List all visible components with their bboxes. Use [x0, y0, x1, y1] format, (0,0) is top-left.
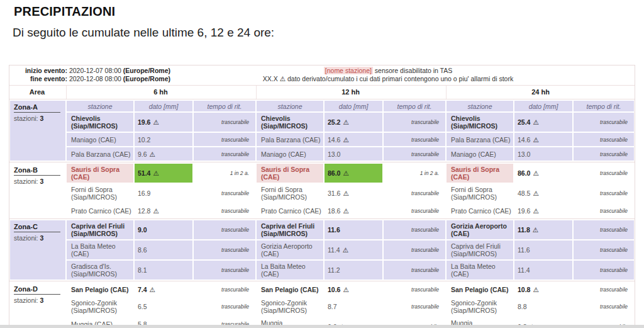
warning-icon: ⚠ — [153, 207, 158, 215]
station-name: Forni di Sopra (Siap/MICROS) — [257, 184, 323, 203]
station-value: 8.7 — [328, 303, 337, 310]
station-row: La Baita Meteo (CAE)11.2trascurabile — [257, 261, 445, 280]
station-value: 19.6 — [518, 207, 530, 215]
legend-value-placeholder: XX.X — [263, 75, 278, 82]
zone-name: Zona-A — [14, 103, 60, 113]
station-row: San Pelagio (CAE)10.6⚠trascurabile — [257, 283, 445, 296]
station-value-cell: 9.6⚠ — [135, 147, 192, 161]
station-value-cell: 86.0⚠ — [325, 164, 382, 183]
station-name: Forni di Sopra (Siap/MICROS) — [67, 184, 133, 203]
station-row: Capriva del Friuli (Siap/MICROS)9.0trasc… — [67, 220, 255, 239]
warning-icon: ⚠ — [343, 189, 348, 197]
station-value-cell: 12.8⚠ — [135, 204, 192, 217]
stazioni-value: 3 — [40, 115, 43, 122]
warning-icon: ⚠ — [280, 75, 286, 82]
section-subheader-row: stazionedato [mm]tempo di rit. — [257, 101, 445, 111]
station-name: La Baita Meteo (CAE) — [447, 261, 513, 280]
station-row: Pala Barzana (CAE)14.6⚠trascurabile — [257, 133, 445, 146]
station-name: Pala Barzana (CAE) — [67, 147, 133, 161]
station-value: 11.6 — [328, 226, 340, 234]
period-section-0: stazionedato [mm]tempo di rit.Chievolis … — [67, 101, 255, 161]
zone-area-cell: Zona-Cstazioni: 3 — [10, 220, 65, 280]
precipitation-table: inizio evento: 2020-12-07 08:00 (Europe/… — [9, 65, 635, 328]
station-row: La Baita Meteo (CAE)8.6trascurabile — [67, 240, 255, 259]
warning-icon: ⚠ — [533, 226, 538, 234]
subheader-dato: dato [mm] — [514, 101, 572, 111]
period-section-0: Capriva del Friuli (Siap/MICROS)9.0trasc… — [67, 220, 255, 280]
event-start-timezone: (Europe/Rome) — [123, 67, 170, 74]
station-value-cell: 11.4⚠ — [325, 240, 382, 259]
event-end-label: fine evento: — [9, 75, 67, 83]
station-row: Capriva del Friuli (Siap/MICROS)11.6tras… — [447, 240, 634, 259]
station-row: Prato Carnico (CAE)12.8⚠trascurabile — [67, 204, 255, 217]
return-time: trascurabile — [384, 297, 445, 316]
subheader-stazione: stazione — [257, 101, 323, 111]
station-value: 51.4 — [138, 169, 150, 177]
station-value: 86.0 — [518, 169, 530, 177]
station-row: Sgonico-Zgonik (Siap/MICROS)8.7trascurab… — [257, 297, 445, 316]
warning-icon: ⚠ — [343, 286, 348, 293]
station-name: La Baita Meteo (CAE) — [67, 240, 133, 259]
window-bottom-edge — [0, 325, 644, 328]
station-value: 10.2 — [138, 136, 150, 144]
station-name: Sgonico-Zgonik (Siap/MICROS) — [257, 297, 323, 316]
station-row: Forni di Sopra (Siap/MICROS)48.5⚠trascur… — [447, 184, 634, 203]
station-row: Prato Carnico (CAE)19.6⚠trascurabile — [447, 204, 634, 217]
station-name: Gorizia Aeroporto (CAE) — [257, 240, 323, 259]
period-header-24hh: 24 hh — [446, 86, 635, 99]
legend-line-derived-data: XX.X ⚠ dato derivato/cumulato i cui dati… — [256, 75, 520, 83]
return-time: 1 in 2 a. — [384, 164, 445, 183]
warning-icon: ⚠ — [150, 286, 155, 293]
subheader-tempo: tempo di rit. — [574, 101, 634, 111]
station-value: 8.8 — [518, 303, 527, 310]
station-value-cell: 19.6⚠ — [514, 204, 572, 217]
event-end-value: 2020-12-08 08:00 — [69, 75, 121, 82]
station-value: 18.6 — [328, 207, 340, 215]
period-section-2: stazionedato [mm]tempo di rit.Chievolis … — [447, 101, 634, 161]
subheader-dato: dato [mm] — [135, 101, 192, 111]
station-value-cell: 9.0 — [135, 220, 192, 239]
station-row: Prato Carnico (CAE)18.6⚠trascurabile — [257, 204, 445, 217]
return-time: 1 in 2 a. — [194, 164, 255, 183]
station-row: Pala Barzana (CAE)14.6⚠trascurabile — [447, 133, 634, 146]
zone-station-count: stazioni: 3 — [14, 178, 62, 185]
stazioni-label: stazioni: — [14, 115, 38, 122]
station-value-cell: 14.6⚠ — [514, 133, 572, 146]
warning-icon: ⚠ — [533, 169, 538, 177]
station-row: San Pelagio (CAE)7.4⚠trascurabile — [67, 283, 255, 296]
return-time: trascurabile — [384, 220, 445, 239]
page-title: PRECIPITAZIONI — [14, 4, 644, 19]
subheader-tempo: tempo di rit. — [384, 101, 445, 111]
station-row: San Pelagio (CAE)10.8⚠trascurabile — [447, 283, 634, 296]
station-value: 14.6 — [518, 136, 530, 144]
stazioni-value: 3 — [40, 178, 43, 185]
return-time: trascurabile — [384, 113, 445, 132]
station-row: Forni di Sopra (Siap/MICROS)31.6⚠trascur… — [257, 184, 445, 203]
station-value: 7.4 — [138, 286, 147, 293]
return-time: trascurabile — [194, 220, 255, 239]
period-section-1: stazionedato [mm]tempo di rit.Chievolis … — [257, 101, 445, 161]
period-header-12hh: 12 hh — [256, 86, 445, 99]
station-value: 11.6 — [518, 246, 530, 254]
section-subheader-row: stazionedato [mm]tempo di rit. — [67, 101, 255, 111]
station-value-cell: 31.6⚠ — [325, 184, 382, 203]
period-section-2: San Pelagio (CAE)10.8⚠trascurabileSgonic… — [447, 283, 634, 328]
return-time: trascurabile — [574, 184, 634, 203]
warning-icon: ⚠ — [153, 118, 158, 126]
station-name: Chievolis (Siap/MICROS) — [447, 113, 513, 132]
station-name: Gorizia Aeroporto (CAE) — [447, 220, 513, 239]
station-name: Chievolis (Siap/MICROS) — [257, 113, 323, 132]
return-time: trascurabile — [194, 297, 255, 316]
period-section-0: Sauris di Sopra (CAE)51.4⚠1 in 2 a.Forni… — [67, 164, 255, 217]
return-time: trascurabile — [194, 147, 255, 161]
station-name: Capriva del Friuli (Siap/MICROS) — [447, 240, 513, 259]
station-value: 48.5 — [518, 189, 530, 197]
period-section-0: San Pelagio (CAE)7.4⚠trascurabileSgonico… — [67, 283, 255, 328]
station-value-cell: 10.6⚠ — [325, 283, 382, 296]
event-end-timezone: (Europe/Rome) — [123, 75, 170, 82]
warning-icon: ⚠ — [343, 207, 348, 215]
station-value: 9.6 — [138, 150, 147, 158]
table-legend: [nome stazione] sensore disabilitato in … — [256, 67, 520, 83]
station-value-cell: 13.0 — [325, 147, 382, 161]
station-name: Sgonico-Zgonik (Siap/MICROS) — [447, 297, 513, 316]
